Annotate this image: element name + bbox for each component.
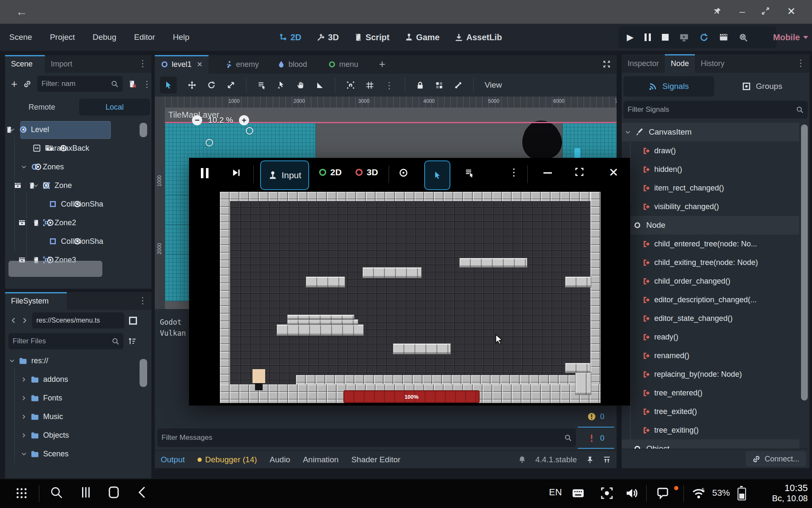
tab-3d[interactable]: 3D — [317, 33, 339, 42]
chevron-right-icon[interactable] — [21, 414, 27, 420]
remote-debug-icon[interactable] — [680, 33, 689, 42]
new-tab-button[interactable]: + — [379, 58, 385, 71]
file-row-res[interactable]: res:// — [5, 351, 48, 370]
tab-blood[interactable]: blood — [272, 55, 313, 74]
zoom-in-button[interactable]: + — [239, 115, 249, 125]
clock[interactable]: 10:35 Bc, 10.08 — [757, 483, 808, 503]
zoom-out-button[interactable]: − — [192, 115, 202, 125]
close-icon[interactable]: ✕ — [787, 6, 796, 17]
list-select-tool[interactable] — [258, 81, 266, 89]
signal-item[interactable]: renamed() — [622, 346, 689, 365]
connect-button[interactable]: Connect... — [746, 451, 806, 467]
snap-options-icon[interactable]: ⋮ — [385, 81, 394, 90]
tab-script[interactable]: Script — [354, 33, 390, 42]
eye-icon[interactable] — [74, 237, 81, 245]
signals-scrollbar[interactable] — [801, 124, 808, 400]
signal-item[interactable]: tree_exiting() — [622, 421, 699, 439]
error-count-tab[interactable]: 0 — [578, 428, 614, 449]
reload-icon[interactable] — [700, 33, 708, 42]
group-badge-icon[interactable] — [19, 219, 25, 226]
tree-row-zone[interactable]: Zone — [5, 176, 72, 195]
scene-tree-menu-icon[interactable]: ⋮ — [143, 80, 151, 88]
close-tab-icon[interactable]: ✕ — [197, 60, 203, 69]
file-row-music[interactable]: Music — [5, 407, 63, 426]
eye-icon[interactable] — [74, 200, 81, 208]
signal-item[interactable]: editor_state_changed() — [622, 309, 732, 328]
tree-row-level[interactable]: Level — [5, 120, 49, 139]
eye-icon[interactable] — [34, 163, 42, 171]
chevron-down-icon[interactable] — [21, 451, 27, 457]
filter-signals-input[interactable]: Filter Signals — [623, 101, 808, 119]
apps-grid-icon[interactable] — [15, 487, 28, 500]
shader-editor-button[interactable]: Shader Editor — [351, 455, 401, 464]
debugger-button[interactable]: Debugger (14) — [198, 455, 257, 464]
signal-item[interactable]: child_order_changed() — [622, 272, 730, 290]
signal-item[interactable]: replacing_by(node: Node) — [622, 365, 742, 384]
scene-filter-input[interactable]: Filter: nam — [37, 76, 123, 92]
filter-messages-input[interactable]: Filter Messages — [157, 428, 576, 447]
back-arrow-icon[interactable]: ← — [14, 5, 29, 19]
scale-tool[interactable] — [227, 81, 235, 89]
tab-inspector[interactable]: Inspector — [622, 54, 665, 73]
remote-tab[interactable]: Remote — [6, 99, 77, 116]
menu-debug[interactable]: Debug — [91, 33, 118, 42]
next-frame-button[interactable] — [231, 168, 241, 177]
menu-project[interactable]: Project — [48, 33, 77, 42]
screenshot-icon[interactable] — [601, 487, 613, 500]
signal-class-object[interactable]: Object — [622, 439, 799, 449]
pan-tool[interactable] — [296, 81, 305, 89]
file-row-addons[interactable]: addons — [5, 370, 68, 389]
movie-maker-icon[interactable] — [719, 33, 728, 41]
split-view-icon[interactable] — [129, 316, 137, 325]
signal-item[interactable]: child_entered_tree(node: No... — [622, 235, 757, 253]
tab-game[interactable]: Game — [405, 33, 440, 42]
rotate-tool[interactable] — [207, 81, 216, 89]
menu-editor[interactable]: Editor — [132, 33, 157, 42]
grid-snap-icon[interactable] — [366, 81, 374, 89]
move-tool[interactable] — [188, 81, 196, 89]
eye-icon[interactable] — [42, 182, 50, 189]
expand-bottom-panel-icon[interactable] — [603, 456, 611, 464]
input-mode-button[interactable]: Input — [260, 160, 309, 190]
lock-icon[interactable] — [416, 81, 424, 89]
signal-item[interactable]: draw() — [622, 141, 676, 160]
ruler-tool[interactable] — [316, 81, 324, 89]
distraction-free-icon[interactable] — [603, 60, 611, 68]
filesystem-menu-icon[interactable]: ⋮ — [138, 296, 147, 305]
node-gizmo[interactable] — [206, 139, 213, 146]
signal-item[interactable]: visibility_changed() — [622, 197, 719, 216]
collapse-icon[interactable] — [136, 486, 149, 499]
volume-icon[interactable] — [625, 487, 638, 500]
signal-class-canvasitem[interactable]: CanvasItem — [622, 123, 799, 141]
script-badge-icon[interactable] — [28, 182, 36, 189]
tree-row-zones[interactable]: Zones — [5, 157, 64, 176]
node-gizmo[interactable] — [246, 127, 253, 135]
detach-script-icon[interactable] — [129, 80, 137, 88]
eye-icon[interactable] — [60, 144, 67, 152]
chevron-right-icon[interactable] — [21, 377, 27, 382]
minimize-icon[interactable]: – — [738, 6, 746, 17]
camera-override-icon[interactable] — [399, 168, 408, 177]
menu-help[interactable]: Help — [171, 33, 191, 42]
chevron-down-icon[interactable] — [9, 127, 15, 133]
tree-row-collisionshape2[interactable]: CollisionSha — [5, 232, 103, 251]
tab-level1[interactable]: level1 ✕ — [155, 55, 208, 74]
group-icon[interactable] — [435, 81, 443, 89]
game-fullscreen-icon[interactable] — [575, 167, 584, 177]
nav-forward-icon[interactable] — [21, 317, 28, 324]
scene-tree-scrollbar[interactable] — [140, 123, 147, 137]
animation-button[interactable]: Animation — [303, 455, 339, 464]
pin-icon[interactable] — [713, 7, 721, 15]
tree-row-zone2[interactable]: Zone2 — [5, 213, 76, 232]
groups-tab[interactable]: Groups — [717, 76, 808, 97]
wifi-icon[interactable]: 5 — [692, 487, 705, 500]
tab-2d[interactable]: 2D — [279, 33, 302, 42]
game-list-select-icon[interactable] — [465, 168, 474, 177]
output-button[interactable]: Output — [161, 455, 185, 464]
signal-item[interactable]: tree_exited() — [622, 402, 697, 421]
pin-bottom-panel-icon[interactable] — [586, 456, 594, 464]
nav-back-icon[interactable] — [10, 317, 17, 324]
chevron-down-icon[interactable] — [21, 164, 27, 170]
tab-node[interactable]: Node — [665, 54, 695, 73]
chevron-down-icon[interactable] — [625, 130, 631, 135]
